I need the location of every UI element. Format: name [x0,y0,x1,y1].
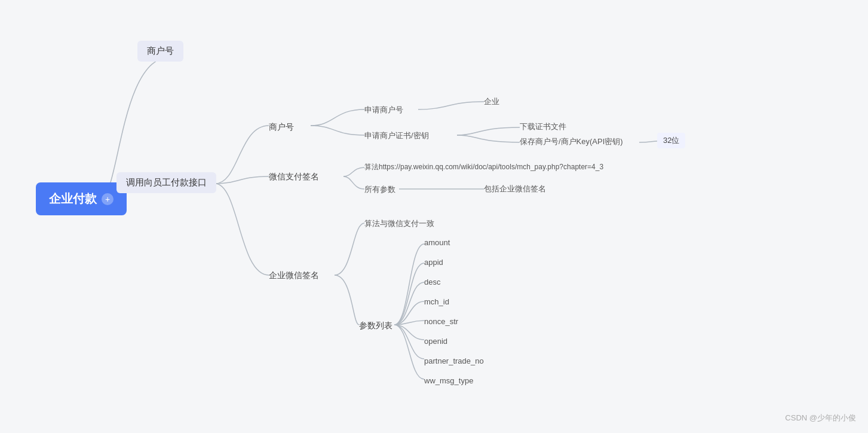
node-baocun-l4[interactable]: 保存商户号/商户Key(API密钥) [520,135,623,149]
node-amount[interactable]: amount [424,236,450,249]
node-suoyou-l3-label: 所有参数 [364,185,395,194]
node-suoyou-l3[interactable]: 所有参数 [364,182,395,197]
node-shanghu-l2[interactable]: 商户号 [269,120,294,135]
node-ww-msg-type-label: ww_msg_type [424,376,473,385]
node-shenqing-l3[interactable]: 申请商户号 [364,103,403,117]
node-canshu-l2-label: 参数列表 [359,321,392,330]
node-mch-id-label: mch_id [424,297,449,306]
node-baokuq-l4-label: 包括企业微信签名 [484,184,546,193]
node-qiye-qian-l2-label: 企业微信签名 [269,270,319,280]
watermark: CSDN @少年的小俊 [785,413,856,423]
node-diaoyong-l1[interactable]: 调用向员工付款接口 [116,172,216,193]
node-openid-label: openid [424,337,447,346]
root-node[interactable]: 企业付款 + [36,182,127,215]
root-label: 企业付款 [49,191,97,207]
node-nonce-str-label: nonce_str [424,317,458,326]
node-suanfa2-l3[interactable]: 算法与微信支付一致 [364,216,434,231]
node-appid[interactable]: appid [424,256,443,269]
node-amount-label: amount [424,238,450,247]
node-suanfa2-l3-label: 算法与微信支付一致 [364,219,434,228]
node-baocun-l4-label: 保存商户号/商户Key(API密钥) [520,137,623,146]
node-shenqing-l3-label: 申请商户号 [364,105,403,114]
node-suanfa-l3-label: 算法https://pay.weixin.qq.com/wiki/doc/api… [364,163,603,171]
node-shanghu-l1[interactable]: 商户号 [137,41,183,62]
node-partner-trade-no[interactable]: partner_trade_no [424,355,484,367]
node-desc-label: desc [424,278,440,286]
node-qiye-l4-label: 企业 [484,97,499,106]
node-32wei-l5-label: 32位 [663,136,679,145]
node-32wei-l5[interactable]: 32位 [657,133,685,148]
node-partner-trade-no-label: partner_trade_no [424,356,484,365]
node-xiazai-l4[interactable]: 下载证书文件 [520,120,566,134]
node-suanfa-l3[interactable]: 算法https://pay.weixin.qq.com/wiki/doc/api… [364,160,603,174]
node-weixin-qian-l2-label: 微信支付签名 [269,172,319,181]
node-nonce-str[interactable]: nonce_str [424,315,458,328]
node-diaoyong-l1-label: 调用向员工付款接口 [126,177,207,187]
node-shenqing-cert-l3[interactable]: 申请商户证书/密钥 [364,129,429,143]
node-desc[interactable]: desc [424,276,440,288]
node-qiye-l4[interactable]: 企业 [484,94,499,109]
node-appid-label: appid [424,258,443,267]
mindmap-container: 企业付款 + 商户号 调用向员工付款接口 商户号 微信支付签名 企业微信签名 参… [0,0,868,433]
plus-icon[interactable]: + [102,193,114,205]
node-canshu-l2[interactable]: 参数列表 [359,318,392,334]
node-mch-id[interactable]: mch_id [424,295,449,308]
node-shanghu-l2-label: 商户号 [269,122,294,132]
node-openid[interactable]: openid [424,335,447,347]
node-qiye-qian-l2[interactable]: 企业微信签名 [269,268,319,283]
node-weixin-qian-l2[interactable]: 微信支付签名 [269,169,319,185]
node-ww-msg-type[interactable]: ww_msg_type [424,374,473,387]
node-baokuq-l4[interactable]: 包括企业微信签名 [484,182,546,196]
node-xiazai-l4-label: 下载证书文件 [520,122,566,131]
node-shenqing-cert-l3-label: 申请商户证书/密钥 [364,131,429,140]
node-shanghu-l1-label: 商户号 [147,45,174,56]
